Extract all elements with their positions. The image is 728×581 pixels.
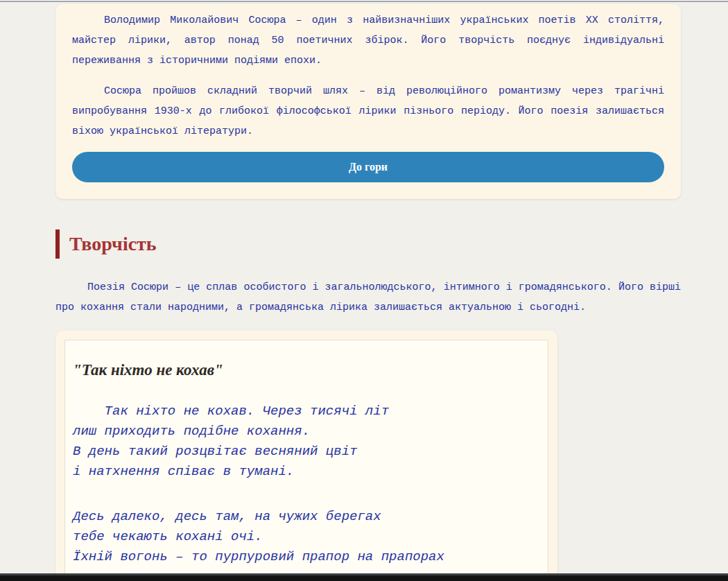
poem-line: тебе чекають кохані очі.	[73, 527, 537, 547]
to-top-button[interactable]: До гори	[72, 152, 664, 182]
poem-line: В день такий розцвітає весняний цвіт	[73, 442, 537, 462]
main-content-column: Володимир Миколайович Сосюра – один з на…	[55, 4, 681, 581]
poem-line: Десь далеко, десь там, на чужих берегах	[73, 507, 537, 527]
bottom-bar	[0, 573, 728, 581]
poem-title: "Так ніхто не кохав"	[73, 361, 537, 379]
works-intro-paragraph: Поезія Сосюри – це сплав особистого і за…	[55, 277, 681, 318]
poem-stanza: Десь далеко, десь там, на чужих берегах …	[73, 507, 537, 567]
poem-line: Їхній вогонь – то пурпуровий прапор на п…	[73, 547, 537, 567]
poem-line: лиш приходить подібне кохання.	[73, 422, 537, 442]
poem-stanza: Так ніхто не кохав. Через тисячі літ лиш…	[73, 401, 537, 482]
section-heading-works: Творчість	[55, 229, 681, 259]
top-divider	[0, 0, 728, 2]
poem-card: "Так ніхто не кохав" Так ніхто не кохав.…	[55, 331, 557, 581]
poem-line: і натхнення співає в тумані.	[73, 462, 537, 482]
poem-inner-panel: "Так ніхто не кохав" Так ніхто не кохав.…	[64, 340, 548, 581]
poem-line: Так ніхто не кохав. Через тисячі літ	[73, 401, 537, 422]
biography-paragraph: Володимир Миколайович Сосюра – один з на…	[72, 10, 664, 71]
biography-paragraph: Сосюра пройшов складний творчий шлях – в…	[72, 81, 664, 141]
biography-card: Володимир Миколайович Сосюра – один з на…	[55, 4, 681, 199]
